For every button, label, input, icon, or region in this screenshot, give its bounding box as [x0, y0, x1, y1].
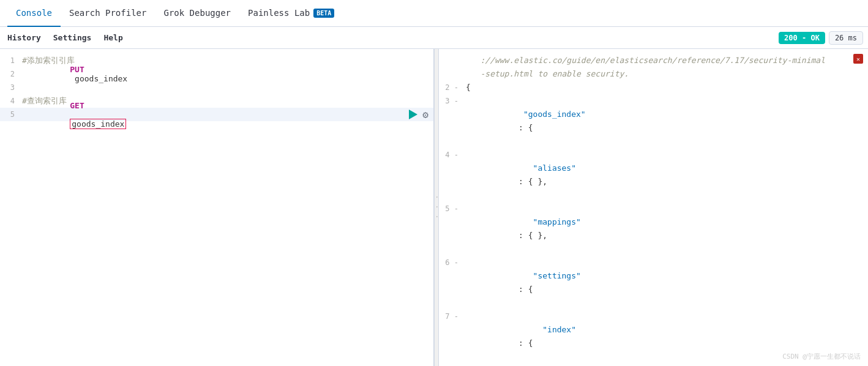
tab-console[interactable]: Console [7, 0, 61, 27]
output-line-0: ://www.elastic.co/guide/en/elasticsearch… [439, 54, 868, 81]
line-num-2: 2 [0, 70, 22, 78]
output-linenum-4: 4 - [439, 148, 466, 162]
output-linenum-5: 5 - [439, 202, 466, 215]
output-content-3: "goods_index" : { [466, 94, 856, 148]
output-line-5: 5 - "mappings" : { }, [439, 202, 868, 256]
editor-panel[interactable]: 1 #添加索引引库 2 PUT goods_index 3 4 #查询索引库 [0, 49, 434, 366]
editor-line-5: 5 GET goods_index ⚙ [0, 108, 433, 121]
output-line-2: 2 - { [439, 81, 868, 94]
url-get-highlight: goods_index [70, 119, 126, 129]
toolbar: History Settings Help 200 - OK 26 ms [0, 27, 868, 49]
line-num-1: 1 [0, 56, 22, 65]
editor-lines: 1 #添加索引引库 2 PUT goods_index 3 4 #查询索引库 [0, 49, 433, 126]
main-area: 1 #添加索引引库 2 PUT goods_index 3 4 #查询索引库 [0, 49, 868, 366]
line-actions: ⚙ [409, 109, 428, 121]
output-content-4: "aliases" : { }, [466, 148, 856, 202]
method-get: GET [70, 101, 84, 110]
status-badges: 200 - OK 26 ms [779, 31, 863, 45]
url-get-space [70, 110, 75, 119]
tab-grok-debugger[interactable]: Grok Debugger [155, 0, 239, 27]
output-line-3: 3 - "goods_index" : { [439, 94, 868, 148]
panel-divider[interactable]: · · · [434, 49, 439, 366]
play-icon[interactable] [409, 110, 417, 119]
output-panel[interactable]: ✕ ://www.elastic.co/guide/en/elasticsear… [439, 49, 868, 366]
output-content-0: ://www.elastic.co/guide/en/elasticsearch… [466, 54, 856, 81]
top-tabs-bar: Console Search Profiler Grok Debugger Pa… [0, 0, 868, 27]
history-button[interactable]: History [7, 33, 41, 42]
method-put: PUT [70, 65, 84, 74]
line-content-5: GET goods_index [22, 92, 397, 138]
tab-search-profiler[interactable]: Search Profiler [61, 0, 155, 27]
line-num-5: 5 [0, 110, 22, 119]
line-num-3: 3 [0, 83, 22, 92]
output-linenum-3: 3 - [439, 94, 466, 108]
output-content-6: "settings" : { [466, 256, 856, 310]
beta-badge: BETA [313, 9, 334, 18]
output-linenum-8: 8 - [439, 364, 466, 366]
wrench-icon[interactable]: ⚙ [422, 109, 428, 121]
status-ok-badge: 200 - OK [779, 32, 825, 44]
output-line-4: 4 - "aliases" : { }, [439, 148, 868, 202]
output-linenum-7: 7 - [439, 310, 466, 323]
output-lines: ://www.elastic.co/guide/en/elasticsearch… [439, 49, 868, 366]
tab-painless-lab[interactable]: Painless Lab BETA [239, 0, 343, 27]
output-line-6: 6 - "settings" : { [439, 256, 868, 310]
output-close-button[interactable]: ✕ [853, 54, 863, 64]
output-content-5: "mappings" : { }, [466, 202, 856, 256]
output-content-2: { [466, 81, 856, 94]
settings-button[interactable]: Settings [53, 33, 92, 42]
line-num-4: 4 [0, 97, 22, 105]
output-linenum-2: 2 - [439, 81, 466, 94]
output-content-8: "routing" : { [466, 364, 856, 366]
watermark: CSDN @宁愿一生都不说话 [782, 352, 861, 361]
output-linenum-6: 6 - [439, 256, 466, 269]
output-line-8: 8 - "routing" : { [439, 364, 868, 366]
help-button[interactable]: Help [103, 33, 122, 42]
editor-line-2: 2 PUT goods_index [0, 67, 433, 81]
status-time-badge: 26 ms [829, 31, 863, 45]
